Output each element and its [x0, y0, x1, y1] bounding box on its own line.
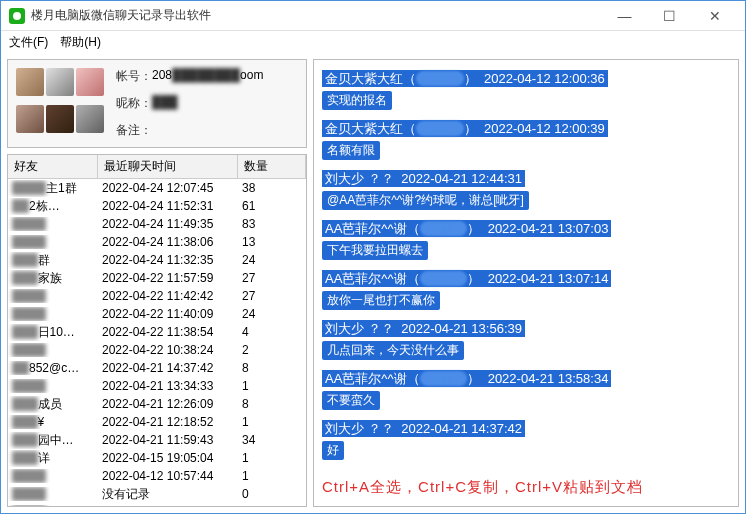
close-button[interactable]: ✕: [692, 2, 737, 30]
table-row[interactable]: ████没有记录0: [8, 503, 306, 506]
table-row[interactable]: ██2栋…2022-04-24 11:52:3161: [8, 197, 306, 215]
nick-label: 昵称：: [116, 95, 152, 112]
message-body: 名额有限: [322, 141, 730, 160]
message-header: 金贝大紫大红（xxx） 2022-04-12 12:00:39: [322, 120, 608, 137]
shortcut-hint: Ctrl+A全选，Ctrl+C复制，Ctrl+V粘贴到文档: [322, 478, 730, 497]
message-body: 放你一尾也打不赢你: [322, 291, 730, 310]
message[interactable]: AA芭菲尔^^谢（xxx） 2022-04-21 13:58:34不要蛮久: [322, 370, 730, 410]
account-value: 208████████oom: [152, 68, 263, 85]
message-header: 金贝大紫大红（xxx） 2022-04-12 12:00:36: [322, 70, 608, 87]
avatar: [76, 105, 104, 133]
message[interactable]: AA芭菲尔^^谢（xxx） 2022-04-21 13:07:03下午我要拉田螺…: [322, 220, 730, 260]
message-body: 实现的报名: [322, 91, 730, 110]
avatar: [16, 68, 44, 96]
message-body: @AA芭菲尔^^谢?约球呢，谢总[呲牙]: [322, 191, 730, 210]
avatar: [16, 105, 44, 133]
message-header: 刘大少 ？？ 2022-04-21 14:37:42: [322, 420, 525, 437]
minimize-button[interactable]: —: [602, 2, 647, 30]
left-column: 帐号： 208████████oom 昵称： ███ 备注：: [7, 59, 307, 507]
avatar: [46, 68, 74, 96]
message-list: 金贝大紫大红（xxx） 2022-04-12 12:00:36实现的报名金贝大紫…: [322, 70, 730, 460]
table-row[interactable]: ████主1群2022-04-24 12:07:4538: [8, 179, 306, 197]
table-row[interactable]: ███日10…2022-04-22 11:38:544: [8, 323, 306, 341]
table-row[interactable]: ███成员2022-04-21 12:26:098: [8, 395, 306, 413]
table-row[interactable]: ███详2022-04-15 19:05:041: [8, 449, 306, 467]
message[interactable]: AA芭菲尔^^谢（xxx） 2022-04-21 13:07:14放你一尾也打不…: [322, 270, 730, 310]
window-title: 楼月电脑版微信聊天记录导出软件: [31, 7, 602, 24]
message[interactable]: 金贝大紫大红（xxx） 2022-04-12 12:00:39名额有限: [322, 120, 730, 160]
message-header: AA芭菲尔^^谢（xxx） 2022-04-21 13:58:34: [322, 370, 611, 387]
menubar: 文件(F) 帮助(H): [1, 31, 745, 53]
table-row[interactable]: ████2022-04-12 10:57:441: [8, 467, 306, 485]
table-row[interactable]: ███家族2022-04-22 11:57:5927: [8, 269, 306, 287]
account-label: 帐号：: [116, 68, 152, 85]
table-row[interactable]: ███园中…2022-04-21 11:59:4334: [8, 431, 306, 449]
menu-help[interactable]: 帮助(H): [60, 34, 101, 51]
table-row[interactable]: ████2022-04-21 13:34:331: [8, 377, 306, 395]
message-header: 刘大少 ？？ 2022-04-21 12:44:31: [322, 170, 525, 187]
header-count[interactable]: 数量: [238, 155, 306, 178]
profile-fields: 帐号： 208████████oom 昵称： ███ 备注：: [116, 68, 298, 139]
table-row[interactable]: ██852@c…2022-04-21 14:37:428: [8, 359, 306, 377]
table-row[interactable]: ███群2022-04-24 11:32:3524: [8, 251, 306, 269]
table-row[interactable]: ████没有记录0: [8, 485, 306, 503]
avatar: [76, 68, 104, 96]
message-header: 刘大少 ？？ 2022-04-21 13:56:39: [322, 320, 525, 337]
table-row[interactable]: ███¥2022-04-21 12:18:521: [8, 413, 306, 431]
message[interactable]: 刘大少 ？？ 2022-04-21 12:44:31@AA芭菲尔^^谢?约球呢，…: [322, 170, 730, 210]
chat-panel[interactable]: 金贝大紫大红（xxx） 2022-04-12 12:00:36实现的报名金贝大紫…: [313, 59, 739, 507]
message[interactable]: 金贝大紫大红（xxx） 2022-04-12 12:00:36实现的报名: [322, 70, 730, 110]
header-name[interactable]: 好友: [8, 155, 98, 178]
table-header: 好友 最近聊天时间 数量: [8, 155, 306, 179]
table-row[interactable]: ████2022-04-22 10:38:242: [8, 341, 306, 359]
table-row[interactable]: ████2022-04-22 11:40:0924: [8, 305, 306, 323]
friend-table: 好友 最近聊天时间 数量 ████主1群2022-04-24 12:07:453…: [7, 154, 307, 507]
avatar-grid: [16, 68, 106, 139]
message-body: 不要蛮久: [322, 391, 730, 410]
table-body[interactable]: ████主1群2022-04-24 12:07:4538██2栋…2022-04…: [8, 179, 306, 506]
menu-file[interactable]: 文件(F): [9, 34, 48, 51]
remark-label: 备注：: [116, 122, 152, 139]
message-header: AA芭菲尔^^谢（xxx） 2022-04-21 13:07:03: [322, 220, 611, 237]
message-body: 下午我要拉田螺去: [322, 241, 730, 260]
app-icon: [9, 8, 25, 24]
message[interactable]: 刘大少 ？？ 2022-04-21 13:56:39几点回来，今天没什么事: [322, 320, 730, 360]
message-body: 几点回来，今天没什么事: [322, 341, 730, 360]
nick-value: ███: [152, 95, 178, 112]
avatar: [46, 105, 74, 133]
header-time[interactable]: 最近聊天时间: [98, 155, 238, 178]
message-body: 好: [322, 441, 730, 460]
titlebar: 楼月电脑版微信聊天记录导出软件 — ☐ ✕: [1, 1, 745, 31]
message[interactable]: 刘大少 ？？ 2022-04-21 14:37:42好: [322, 420, 730, 460]
message-header: AA芭菲尔^^谢（xxx） 2022-04-21 13:07:14: [322, 270, 611, 287]
table-row[interactable]: ████2022-04-24 11:38:0613: [8, 233, 306, 251]
table-row[interactable]: ████2022-04-22 11:42:4227: [8, 287, 306, 305]
profile-panel: 帐号： 208████████oom 昵称： ███ 备注：: [7, 59, 307, 148]
table-row[interactable]: ████2022-04-24 11:49:3583: [8, 215, 306, 233]
maximize-button[interactable]: ☐: [647, 2, 692, 30]
content-area: 帐号： 208████████oom 昵称： ███ 备注：: [1, 53, 745, 513]
app-window: 楼月电脑版微信聊天记录导出软件 — ☐ ✕ 文件(F) 帮助(H) 帐号: [0, 0, 746, 514]
